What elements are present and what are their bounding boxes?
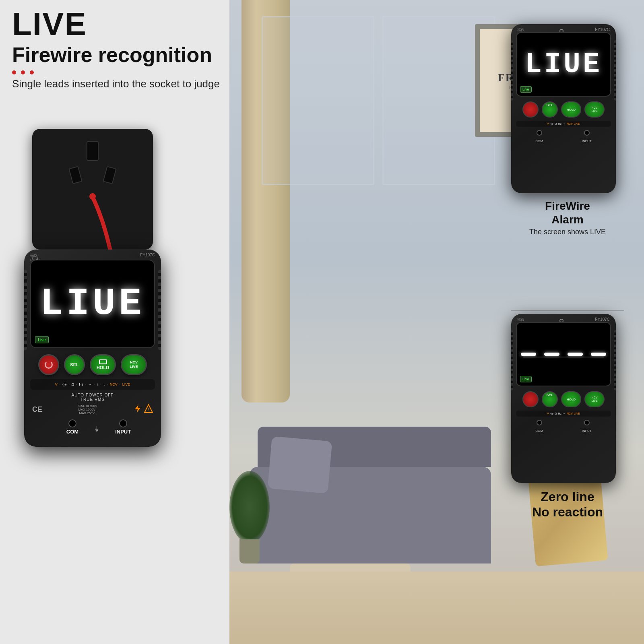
top-right-sel-btn[interactable]: SEL — [542, 101, 558, 118]
header-description: Single leads inserted into the socket to… — [12, 78, 220, 90]
svg-text:!: ! — [148, 408, 149, 412]
top-right-hold-label: HOLD — [567, 108, 576, 111]
max-voltage-ac: MAX 750V~ — [78, 411, 97, 415]
device-bottom-labels: AUTO POWER OFF TRUE RMS — [30, 393, 155, 402]
port-labels: COM ⏚ INPUT — [30, 419, 161, 435]
bottom-right-device-body: 福仪 FUYI FY107C Live SEL HOLD — [511, 314, 616, 483]
header-dots — [12, 70, 220, 74]
bottom-right-ports: COM INPUT — [516, 420, 611, 433]
func-v: V — [55, 382, 58, 386]
lightning-icon — [133, 404, 142, 415]
cushion — [268, 436, 332, 494]
top-right-input-port: INPUT — [582, 130, 592, 144]
horizontal-divider — [511, 310, 624, 311]
bottom-right-ncv-label: NCVLIVE — [591, 396, 597, 403]
ce-mark: CE — [32, 405, 42, 414]
firewire-desc: The screen shows LIVE — [511, 228, 624, 236]
header-subtitle: Firewire recognition — [12, 42, 220, 67]
top-right-buttons: SEL HOLD NCVLIVE — [516, 101, 611, 118]
screen-display: LIUE — [40, 282, 145, 326]
socket-plate — [32, 129, 153, 250]
top-right-ncv-btn[interactable]: NCVLIVE — [584, 101, 605, 118]
zeroline-title: Zero line No reaction — [511, 489, 624, 520]
bottom-right-hold-label: HOLD — [567, 398, 576, 401]
ncv-live-label: NCVLIVE — [130, 360, 138, 369]
warning-icons: ! — [133, 404, 153, 415]
top-right-ncv-label: NCVLIVE — [591, 106, 597, 113]
func-arrow2: ↑ — [97, 382, 99, 386]
max-voltage-dc: MAX 1000V= — [78, 408, 97, 411]
bottom-right-sel-btn[interactable]: SEL — [542, 391, 558, 407]
true-rms-label: TRUE RMS — [30, 397, 155, 402]
dashes-display — [521, 353, 606, 356]
sel-button[interactable]: SEL — [64, 354, 85, 375]
dash-4 — [591, 353, 606, 356]
bottom-right-model: FY107C — [595, 317, 610, 322]
top-right-display: LIUE — [525, 49, 602, 80]
func-continuity: ·))· — [62, 382, 67, 386]
top-right-live-badge: Live — [520, 86, 532, 93]
socket-hole-left — [68, 166, 83, 184]
dot-3 — [30, 70, 34, 74]
floor — [229, 572, 644, 644]
top-right-screen: LIUE Live — [516, 32, 611, 97]
header-live-label: LIVE — [12, 8, 220, 40]
header-section: LIVE Firewire recognition Single leads i… — [12, 8, 220, 90]
live-badge: Live — [35, 336, 49, 343]
bottom-right-input-port: INPUT — [582, 420, 592, 433]
socket-hole-right — [103, 166, 117, 184]
hold-label: HOLD — [97, 365, 109, 370]
func-hz: Hz — [79, 382, 83, 386]
bottom-right-power-btn[interactable] — [522, 391, 539, 407]
bottom-right-buttons: SEL HOLD NCVLIVE — [516, 391, 611, 407]
func-arrow3: ↓ — [103, 382, 105, 386]
main-device-screen: LIUE Live — [30, 260, 155, 348]
firewire-annotation: FireWire Alarm The screen shows LIVE — [511, 199, 624, 236]
bottom-right-live-badge: Live — [520, 376, 532, 382]
main-device: 福仪 FUYI FY107C LIUE Live SEL HOLD NCVLIV… — [24, 250, 177, 459]
func-live: LIVE — [122, 382, 130, 386]
plant — [233, 483, 266, 564]
dash-1 — [521, 353, 536, 356]
ncv-live-button[interactable]: NCVLIVE — [121, 354, 147, 375]
dash-3 — [568, 353, 583, 356]
zero-line-segment — [523, 357, 604, 357]
input-hole — [119, 419, 127, 427]
bottom-right-hold-btn[interactable]: HOLD — [561, 391, 581, 407]
com-hole — [68, 419, 76, 427]
hold-icon — [99, 359, 107, 364]
auto-power-off-label: AUTO POWER OFF — [30, 393, 155, 397]
plant-pot — [239, 539, 260, 564]
top-right-com-port: COM — [535, 130, 543, 144]
top-right-device-container: 福仪 FUYI FY107C LIUE Live SEL HOLD NCVLIV… — [511, 24, 624, 236]
top-right-device-body: 福仪 FUYI FY107C LIUE Live SEL HOLD NCVLIV… — [511, 24, 616, 193]
wall-panel-1 — [262, 16, 374, 185]
bottom-right-func-bar: V ·))· Ω Hz → NCV LIVE — [516, 411, 611, 417]
firewire-title: FireWire Alarm — [511, 199, 624, 226]
socket-holes-bottom — [70, 167, 115, 183]
bottom-right-sel-label: SEL — [543, 392, 557, 398]
zeroline-annotation: Zero line No reaction — [511, 489, 624, 520]
ground-symbol: ⏚ — [95, 424, 99, 435]
func-ncv: NCV — [110, 382, 118, 386]
ratings-block: CAT. III 600V MAX 1000V= MAX 750V~ — [78, 404, 97, 415]
power-icon — [45, 361, 53, 369]
top-right-model: FY107C — [595, 27, 610, 32]
bottom-right-device-container: 福仪 FUYI FY107C Live SEL HOLD — [511, 314, 624, 520]
top-right-power-btn[interactable] — [522, 101, 539, 118]
power-button[interactable] — [38, 354, 59, 375]
warning-triangle-icon: ! — [144, 404, 153, 415]
bottom-right-ncv-btn[interactable]: NCVLIVE — [584, 391, 605, 407]
sel-label: SEL — [70, 362, 78, 367]
cat-rating: CAT. III 600V — [78, 404, 97, 408]
bottom-right-com-port: COM — [535, 420, 543, 433]
top-right-hold-btn[interactable]: HOLD — [561, 101, 581, 118]
top-right-sel-label: SEL — [543, 102, 557, 108]
plant-leaves — [229, 471, 270, 543]
com-port: COM — [66, 419, 78, 435]
bottom-right-screen: Live — [516, 322, 611, 386]
hold-button[interactable]: HOLD — [90, 354, 116, 375]
func-arrow1: → — [88, 382, 92, 386]
dash-2 — [544, 353, 559, 356]
dot-1 — [12, 70, 16, 74]
